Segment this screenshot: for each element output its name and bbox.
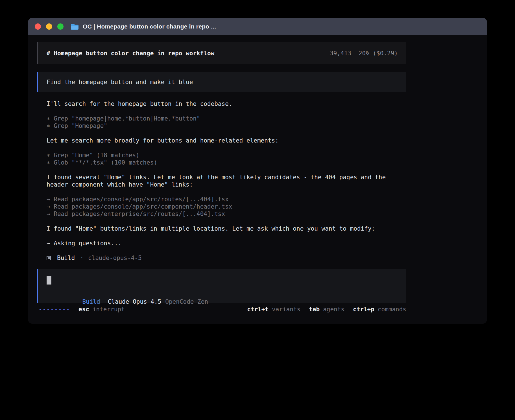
prompt-input[interactable]: BuildClaude Opus 4.5OpenCode Zen [37, 269, 406, 303]
tool-call-read: → Read packages/enterprise/src/routes/[.… [47, 210, 406, 218]
minimize-button[interactable] [46, 23, 52, 30]
shortcut-commands[interactable]: ctrl+p commands [353, 306, 406, 313]
ctrl-t-key: ctrl+t [247, 306, 269, 313]
assistant-text: Let me search more broadly for buttons a… [47, 137, 406, 144]
esc-key: esc [78, 306, 89, 313]
terminal-content: # Homepage button color change in repo w… [28, 35, 487, 313]
model-name[interactable]: Claude Opus 4.5 [108, 298, 162, 305]
session-header: # Homepage button color change in repo w… [37, 42, 406, 64]
tool-call-grep: ∗ Grep "Homepage" [47, 122, 406, 130]
session-stats: 39,413 20% ($0.29) [330, 50, 398, 57]
model-provider: OpenCode Zen [165, 298, 208, 305]
tool-call-grep: ∗ Grep "Home" (18 matches) [47, 152, 406, 159]
agent-mode-label[interactable]: Build [82, 298, 100, 305]
window-controls [35, 23, 64, 30]
asking-questions-status: ~ Asking questions... [47, 240, 406, 247]
terminal-window: OC | Homepage button color change in rep… [28, 18, 487, 324]
session-title: # Homepage button color change in repo w… [47, 50, 330, 57]
tool-call-read: → Read packages/console/app/src/componen… [47, 203, 406, 210]
interrupt-label: interrupt [93, 306, 125, 313]
assistant-text: I found "Home" buttons/links in multiple… [47, 225, 406, 232]
assistant-text: I found several "Home" links. Let me loo… [47, 174, 406, 188]
tool-call-glob: ∗ Glob "**/*.tsx" (100 matches) [47, 159, 406, 166]
statusbar: esc interrupt ctrl+t variants tab agents… [37, 306, 406, 313]
shortcut-agents[interactable]: tab agents [309, 306, 344, 313]
context-usage: 20% ($0.29) [359, 50, 398, 57]
agent-separator: · [80, 254, 84, 262]
text-cursor [47, 276, 51, 285]
agent-name: Build [57, 254, 75, 262]
agents-label: agents [323, 306, 344, 313]
assistant-text: I'll search for the homepage button in t… [47, 100, 406, 108]
folder-icon [70, 23, 79, 30]
shortcut-interrupt[interactable]: esc interrupt [78, 306, 125, 313]
maximize-button[interactable] [57, 23, 64, 30]
shortcut-variants[interactable]: ctrl+t variants [247, 306, 300, 313]
user-message: Find the homepage button and make it blu… [37, 72, 406, 92]
agent-icon [47, 256, 51, 260]
spinner-dots [40, 309, 69, 310]
close-button[interactable] [35, 23, 41, 30]
window-title: OC | Homepage button color change in rep… [83, 23, 216, 30]
tool-call-grep: ∗ Grep "homepage|home.*button|Home.*butt… [47, 115, 406, 122]
ctrl-p-key: ctrl+p [353, 306, 374, 313]
variants-label: variants [272, 306, 300, 313]
statusbar-shortcuts: ctrl+t variants tab agents ctrl+p comman… [247, 306, 406, 313]
user-message-text: Find the homepage button and make it blu… [47, 78, 193, 86]
agent-status: Build · claude-opus-4-5 [47, 254, 406, 262]
conversation: I'll search for the homepage button in t… [37, 92, 406, 262]
commands-label: commands [378, 306, 406, 313]
token-count: 39,413 [330, 50, 351, 57]
agent-model: claude-opus-4-5 [88, 254, 142, 262]
tab-key: tab [309, 306, 320, 313]
titlebar[interactable]: OC | Homepage button color change in rep… [28, 18, 487, 35]
tool-call-read: → Read packages/console/app/src/routes/[… [47, 196, 406, 203]
